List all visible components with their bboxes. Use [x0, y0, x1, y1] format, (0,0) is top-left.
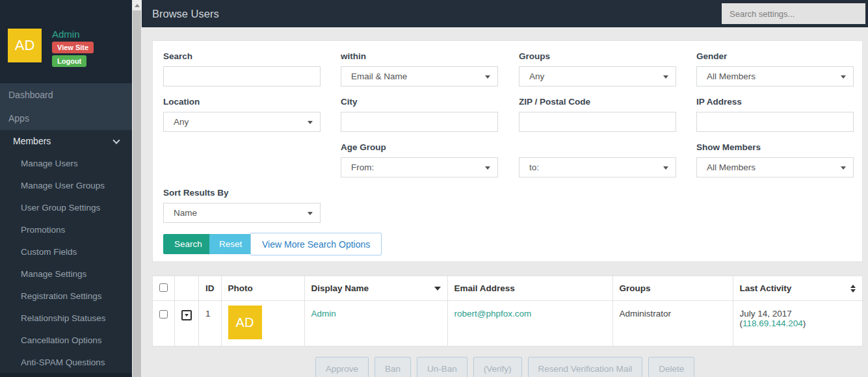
last-activity-header-label: Last Activity: [740, 283, 792, 293]
user-id-cell: 1: [199, 301, 222, 346]
age-from-select-value: From:: [351, 162, 374, 172]
paren-close: ): [803, 318, 806, 328]
sidebar-members-section: Members Manage Users Manage User Groups …: [0, 130, 132, 374]
row-expander-button[interactable]: [181, 310, 192, 320]
email-link[interactable]: robert@phpfox.com: [454, 309, 532, 318]
sidebar-item-custom-fields[interactable]: Custom Fields: [0, 241, 132, 263]
display-name-cell: Admin: [304, 301, 447, 346]
sidebar-item-relationship-statuses[interactable]: Relationship Statuses: [0, 307, 132, 330]
sort-results-select-value: Name: [174, 208, 197, 218]
ban-button[interactable]: Ban: [375, 357, 411, 377]
up-arrow-icon: [135, 4, 140, 7]
sidebar-main-menu: Dashboard Apps: [0, 83, 132, 130]
un-ban-button[interactable]: Un-Ban: [417, 357, 467, 377]
groups-label: Groups: [519, 51, 550, 61]
ip-address-label: IP Address: [696, 97, 742, 107]
sidebar-item-promotions[interactable]: Promotions: [0, 219, 132, 241]
last-activity-cell: July 14, 2017 (118.69.144.204): [733, 301, 863, 346]
ip-address-input[interactable]: [696, 112, 854, 132]
within-label: within: [341, 51, 366, 61]
approve-button[interactable]: Approve: [315, 357, 369, 377]
dropdown-arrow-icon: [663, 166, 668, 170]
view-more-search-options-button[interactable]: View More Search Options: [250, 233, 382, 255]
admin-username: Admin: [52, 29, 80, 40]
reset-button[interactable]: Reset: [209, 234, 252, 254]
show-members-select[interactable]: All Members: [696, 157, 854, 177]
vertical-scrollbar[interactable]: [132, 0, 142, 377]
verify-button[interactable]: (Verify): [473, 357, 522, 377]
dropdown-arrow-icon: [308, 121, 313, 124]
display-name-link[interactable]: Admin: [311, 309, 336, 318]
sidebar-item-manage-user-groups[interactable]: Manage User Groups: [0, 175, 132, 197]
zip-input[interactable]: [519, 112, 676, 132]
groups-cell: Administrator: [612, 301, 733, 346]
age-from-select[interactable]: From:: [341, 157, 498, 177]
delete-button[interactable]: Delete: [648, 357, 694, 377]
last-activity-header[interactable]: Last Activity: [733, 276, 863, 301]
dropdown-arrow-icon: [663, 75, 668, 79]
table-header-row: ID Photo Display Name Email Address Grou…: [153, 276, 863, 301]
scrollbar-thumb[interactable]: [133, 10, 141, 377]
city-label: City: [341, 97, 358, 107]
scrollbar-up-arrow[interactable]: [132, 0, 142, 10]
gender-select-value: All Members: [707, 72, 756, 81]
sidebar-profile: AD Admin View Site Logout: [0, 0, 132, 83]
page-title: Browse Users: [152, 0, 219, 27]
location-select-value: Any: [174, 117, 189, 127]
last-activity-date: July 14, 2017: [740, 309, 856, 318]
sidebar-item-dashboard[interactable]: Dashboard: [0, 83, 132, 107]
groups-header: Groups: [612, 276, 733, 301]
user-avatar[interactable]: AD: [228, 306, 262, 339]
photo-header: Photo: [221, 276, 304, 301]
sidebar-item-registration-settings[interactable]: Registration Settings: [0, 285, 132, 307]
sort-both-icon: [850, 285, 856, 292]
within-select[interactable]: Email & Name: [341, 66, 498, 86]
dropdown-arrow-icon: [841, 75, 846, 79]
within-select-value: Email & Name: [351, 72, 407, 81]
user-photo-cell: AD: [221, 301, 304, 346]
row-checkbox[interactable]: [159, 310, 168, 318]
sidebar-item-manage-settings[interactable]: Manage Settings: [0, 263, 132, 285]
ip-address-link[interactable]: 118.69.144.204: [743, 318, 803, 328]
select-all-checkbox[interactable]: [159, 283, 168, 292]
dropdown-arrow-icon: [841, 166, 846, 170]
view-site-button[interactable]: View Site: [52, 42, 94, 53]
table-row: 1 AD Admin robert@phpfox.com Administrat…: [153, 301, 863, 346]
resend-verification-mail-button[interactable]: Resend Verification Mail: [528, 357, 643, 377]
location-label: Location: [163, 97, 200, 107]
age-to-select[interactable]: to:: [519, 157, 676, 177]
dropdown-arrow-icon: [485, 75, 490, 79]
groups-select[interactable]: Any: [519, 66, 676, 86]
display-name-header-label: Display Name: [311, 283, 369, 293]
page-header: Browse Users: [142, 0, 868, 27]
search-input[interactable]: [163, 66, 321, 86]
admin-avatar: AD: [8, 29, 42, 62]
sidebar-item-apps[interactable]: Apps: [0, 107, 132, 130]
dropdown-arrow-icon: [485, 166, 490, 170]
gender-select[interactable]: All Members: [696, 66, 854, 86]
search-filter-panel: Search within Email & Name Groups Any Ge…: [152, 40, 863, 262]
sort-results-label: Sort Results By: [163, 188, 229, 198]
location-select[interactable]: Any: [163, 112, 321, 132]
sidebar: AD Admin View Site Logout Dashboard Apps…: [0, 0, 132, 377]
show-members-select-value: All Members: [707, 162, 756, 172]
expander-header: [175, 276, 199, 301]
logout-button[interactable]: Logout: [52, 55, 86, 67]
users-table: ID Photo Display Name Email Address Grou…: [152, 276, 863, 346]
display-name-header[interactable]: Display Name: [304, 276, 447, 301]
chevron-down-icon: [112, 136, 120, 144]
sidebar-item-anti-spam-questions[interactable]: Anti-SPAM Questions: [0, 352, 132, 374]
age-to-select-value: to:: [529, 162, 539, 172]
sort-results-select[interactable]: Name: [163, 203, 321, 223]
bulk-actions-bar: Approve Ban Un-Ban (Verify) Resend Verif…: [142, 357, 868, 377]
sidebar-item-members[interactable]: Members: [0, 130, 132, 153]
email-header: Email Address: [447, 276, 612, 301]
sidebar-item-cancellation-options[interactable]: Cancellation Options: [0, 330, 132, 352]
main-content: Browse Users Search within Email & Name …: [142, 0, 868, 377]
city-input[interactable]: [341, 112, 498, 132]
sidebar-item-user-group-settings[interactable]: User Group Settings: [0, 197, 132, 219]
sidebar-item-manage-users[interactable]: Manage Users: [0, 153, 132, 175]
search-button[interactable]: Search: [163, 234, 213, 254]
search-label: Search: [163, 51, 192, 61]
settings-search-input[interactable]: [722, 3, 865, 24]
